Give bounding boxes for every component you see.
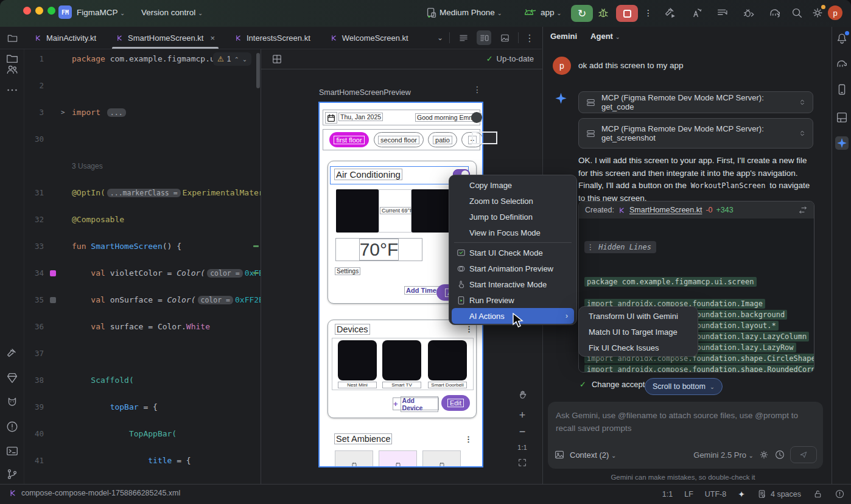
more-tools-icon[interactable] — [5, 83, 19, 97]
ambience-tile[interactable] — [335, 450, 373, 467]
build-analyzer-icon[interactable] — [716, 6, 729, 19]
mcp-card-get-screenshot[interactable]: MCP (Figma Remote Dev Mode MCP Server): … — [578, 118, 813, 149]
ambience-kebab-icon[interactable]: ⋮ — [464, 435, 472, 444]
menu-item-start-animation-preview[interactable]: Start Animation Preview — [449, 261, 576, 276]
hidden-lines-label[interactable]: Hidden Lines — [598, 243, 651, 251]
gradle-sync-icon[interactable] — [768, 6, 782, 19]
layout-inspector-icon[interactable] — [835, 111, 849, 124]
notifications-icon[interactable] — [835, 32, 849, 45]
device-tile[interactable] — [428, 340, 467, 380]
mcp-card-get-code[interactable]: MCP (Figma Remote Dev Mode MCP Server): … — [578, 91, 813, 113]
resource-manager-icon[interactable] — [5, 63, 19, 76]
tab-SmartHomeScreen.kt[interactable]: SmartHomeScreen.kt× — [106, 27, 225, 49]
code-line[interactable]: 37 — [24, 347, 261, 360]
tab-MainActivity.kt[interactable]: MainActivity.kt — [24, 27, 106, 49]
fold-arrow-icon[interactable]: > — [61, 106, 65, 119]
menu-item-run-preview[interactable]: Run Preview — [449, 292, 576, 308]
editor-scrollbar[interactable] — [256, 53, 260, 88]
history-icon[interactable] — [774, 449, 785, 460]
code-line[interactable]: 40 TopAppBar( — [24, 427, 261, 441]
profile-avatar[interactable] — [471, 112, 482, 123]
code-line[interactable]: 31@OptIn(...markerClass =ExperimentalMat… — [24, 186, 261, 200]
run-config-selector[interactable]: app ⌄ — [541, 8, 562, 17]
build-run-icon[interactable] — [664, 6, 677, 19]
highlight-level-icon[interactable] — [835, 489, 845, 499]
file-encoding[interactable]: UTF-8 — [705, 490, 726, 499]
problems-tool-icon[interactable] — [5, 420, 19, 433]
code-line[interactable]: 3>import ... — [24, 106, 261, 119]
code-line[interactable]: 34 val violetColor = Color(color =0xFEB — [24, 267, 261, 280]
code-line[interactable]: 30 — [24, 133, 261, 146]
created-file-link[interactable]: SmartHomeScreen.kt — [629, 206, 702, 214]
submenu-item-transform-ui-with-gemini[interactable]: Transform UI with Gemini — [579, 308, 698, 324]
running-devices-icon[interactable] — [835, 83, 849, 96]
code-line[interactable]: 36 val surface = Color.White — [24, 320, 261, 334]
maximize-window-button[interactable] — [47, 7, 55, 15]
code-line[interactable]: 38 Scaffold( — [24, 374, 261, 387]
model-selector[interactable]: Gemini 2.5 Pro ⌄ — [693, 450, 754, 460]
expand-chevron-icon[interactable] — [797, 128, 807, 138]
add-device-button[interactable]: +Add Device — [393, 397, 439, 410]
agent-tab[interactable]: Agent ⌄ — [590, 32, 620, 41]
device-selector[interactable]: Medium Phone ⌄ — [440, 8, 502, 17]
ambience-tile[interactable] — [422, 450, 461, 467]
chat-settings-icon[interactable] — [758, 449, 769, 460]
rerun-button[interactable]: ↻ — [571, 5, 593, 22]
context-selector[interactable]: Context (2) ⌄ — [570, 450, 616, 460]
device-tile[interactable] — [382, 340, 421, 380]
line-ending[interactable]: LF — [684, 490, 693, 499]
project-folder-icon[interactable] — [0, 27, 24, 49]
prev-issue-icon[interactable]: ⌃ — [234, 56, 239, 63]
indent-widget[interactable]: 4 spaces — [757, 489, 801, 499]
tab-close-icon[interactable]: × — [210, 33, 215, 43]
code-line[interactable]: 41 title = { — [24, 454, 261, 467]
device-manager-icon[interactable] — [425, 6, 438, 19]
tab-InterestsScreen.kt[interactable]: InterestsScreen.kt — [225, 27, 320, 49]
next-issue-icon[interactable]: ⌄ — [242, 56, 247, 63]
menu-item-start-ui-check-mode[interactable]: Start UI Check Mode — [449, 245, 576, 261]
close-window-button[interactable] — [23, 7, 31, 15]
device-tile[interactable] — [338, 340, 377, 380]
settings-icon[interactable] — [811, 6, 824, 19]
stop-button[interactable] — [616, 5, 638, 22]
unlock-icon[interactable] — [813, 489, 823, 499]
git-tool-icon[interactable] — [5, 467, 19, 481]
pan-tool-icon[interactable] — [516, 388, 529, 401]
gutter-color-swatch[interactable] — [50, 297, 56, 303]
project-menu[interactable]: FigmaMCP ⌄ — [77, 8, 125, 17]
zoom-to-fit-button[interactable] — [516, 456, 529, 469]
expand-chevron-icon[interactable] — [797, 97, 807, 107]
preview-layout-icon[interactable] — [271, 53, 283, 65]
code-line[interactable]: 2 — [24, 79, 261, 93]
scroll-to-bottom-button[interactable]: Scroll to bottom⌄ — [645, 378, 723, 395]
settings-label[interactable]: Settings — [335, 267, 360, 275]
app-quality-insights-icon[interactable] — [5, 396, 19, 409]
usages-hint[interactable]: 3 Usages — [72, 159, 103, 173]
editor-options-kebab[interactable]: ⋮ — [525, 32, 534, 44]
vcs-menu[interactable]: Version control ⌄ — [141, 8, 203, 17]
code-line[interactable]: 32@Composable — [24, 213, 261, 226]
menu-item-view-in-focus-mode[interactable]: View in Focus Mode — [449, 225, 576, 240]
device-explorer-icon[interactable] — [5, 371, 19, 385]
gemini-tool-icon[interactable] — [835, 136, 849, 150]
gemini-status-icon[interactable]: ✦ — [738, 489, 745, 499]
tab-WelcomeScreen.kt[interactable]: WelcomeScreen.kt — [320, 27, 418, 49]
gutter-color-swatch[interactable] — [50, 270, 56, 276]
preview-name-label[interactable]: SmartHomeScreenPreview — [319, 88, 411, 97]
zoom-100-button[interactable]: 1:1 — [516, 441, 529, 454]
selection-resize-handle[interactable] — [472, 131, 497, 144]
preview-kebab-icon[interactable]: ⋮ — [473, 85, 482, 94]
code-view-button[interactable] — [456, 30, 471, 45]
diff-view-icon[interactable] — [798, 205, 808, 215]
split-view-button[interactable] — [477, 30, 491, 45]
status-file[interactable]: compose-compose-model-1758866285245.xml — [9, 489, 180, 497]
code-line[interactable]: 35 val onSurface = Color(color =0xFF2E2 — [24, 293, 261, 307]
minimize-window-button[interactable] — [35, 7, 43, 15]
devices-kebab-icon[interactable]: ⋮ — [465, 324, 473, 334]
ambience-tile[interactable] — [379, 450, 417, 467]
code-editor[interactable]: 1package com.example.figmamcp.u23>import… — [24, 49, 261, 484]
submenu-item-fix-ui-check-issues[interactable]: Fix UI Check Issues — [579, 340, 698, 355]
menu-item-copy-image[interactable]: Copy Image — [449, 177, 576, 193]
profiler-icon[interactable] — [690, 6, 703, 19]
submenu-item-match-ui-to-target-image[interactable]: Match UI to Target Image — [579, 324, 698, 340]
